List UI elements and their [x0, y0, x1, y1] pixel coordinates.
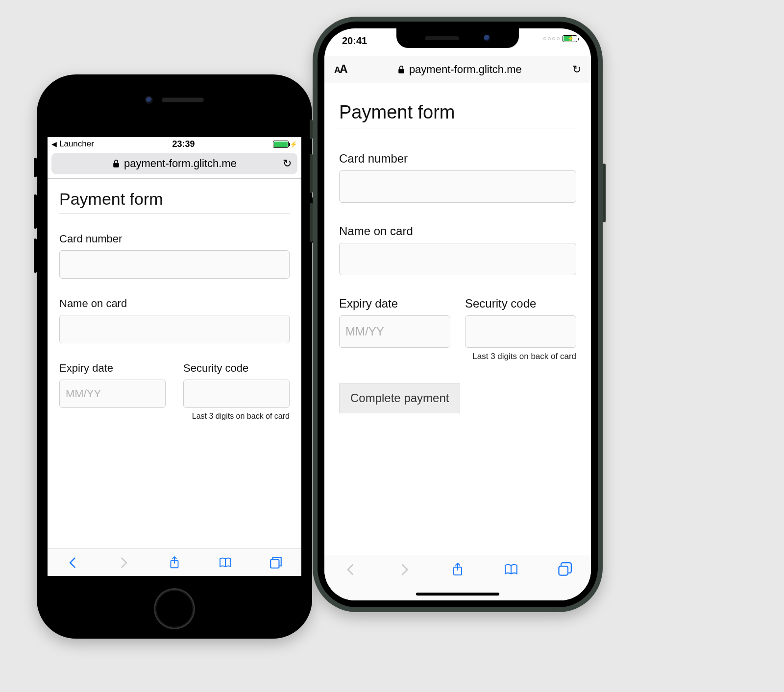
- volume-down-button: [34, 239, 37, 273]
- tabs-icon: [269, 556, 283, 570]
- card-number-input[interactable]: [59, 250, 290, 279]
- chevron-right-icon: [117, 556, 130, 570]
- reload-icon[interactable]: ↻: [572, 63, 581, 76]
- status-bar: ◀ Launcher 23:39 ⚡: [48, 137, 301, 151]
- security-code-input[interactable]: [465, 315, 576, 348]
- share-button[interactable]: [168, 556, 181, 570]
- title-divider: [59, 214, 290, 214]
- mute-switch: [310, 119, 313, 139]
- lock-icon: [112, 159, 120, 168]
- card-number-input[interactable]: [339, 170, 576, 203]
- security-code-label: Security code: [465, 297, 576, 310]
- url-bar[interactable]: AA payment-form.glitch.me ↻: [324, 56, 591, 83]
- cellular-signal-icon: [543, 37, 560, 40]
- safari-toolbar: [48, 549, 301, 576]
- forward-button[interactable]: [117, 556, 130, 570]
- charging-bolt-icon: ⚡: [290, 141, 297, 148]
- svg-rect-2: [270, 559, 279, 568]
- name-group: Name on card: [59, 297, 290, 343]
- share-button[interactable]: [450, 562, 465, 579]
- bookmarks-button[interactable]: [504, 562, 518, 579]
- security-code-hint: Last 3 digits on back of card: [59, 412, 290, 421]
- card-number-label: Card number: [59, 233, 290, 245]
- share-icon: [168, 556, 181, 570]
- clock: 20:41: [342, 35, 367, 47]
- name-on-card-input[interactable]: [339, 243, 576, 275]
- bookmarks-button[interactable]: [219, 556, 232, 570]
- security-code-label: Security code: [183, 362, 290, 375]
- back-button[interactable]: [66, 556, 80, 570]
- name-on-card-label: Name on card: [339, 224, 576, 238]
- svg-rect-0: [113, 163, 119, 167]
- chevron-left-icon: [66, 556, 80, 570]
- url-text: payment-form.glitch.me: [409, 63, 522, 76]
- page-content: Payment form Card number Name on card Ex…: [48, 179, 301, 421]
- expiry-date-input[interactable]: [339, 315, 450, 348]
- tabs-button[interactable]: [557, 562, 572, 579]
- mute-switch: [34, 158, 37, 177]
- svg-rect-3: [398, 69, 404, 73]
- charging-bolt-icon: ⚡: [567, 35, 574, 42]
- page-content: Payment form Card number Name on card Ex…: [324, 83, 591, 413]
- chevron-left-icon: ◀: [51, 140, 57, 148]
- back-button[interactable]: [343, 562, 358, 579]
- name-on-card-label: Name on card: [59, 297, 290, 310]
- url-text: payment-form.glitch.me: [124, 157, 237, 170]
- volume-down-button: [310, 203, 313, 242]
- screen: ◀ Launcher 23:39 ⚡ payment-form.glitch.m…: [48, 137, 301, 576]
- name-group: Name on card: [339, 224, 576, 275]
- iphone-7-device: ◀ Launcher 23:39 ⚡ payment-form.glitch.m…: [37, 74, 312, 639]
- battery-icon: [273, 141, 289, 148]
- home-button[interactable]: [155, 590, 194, 628]
- battery-icon: ⚡: [563, 35, 577, 42]
- book-icon: [219, 556, 232, 570]
- chevron-left-icon: [343, 562, 358, 577]
- expiry-cvc-row: Expiry date Security code Last 3 digits …: [339, 297, 576, 361]
- page-title: Payment form: [59, 190, 290, 209]
- share-icon: [450, 562, 465, 577]
- chevron-right-icon: [397, 562, 412, 577]
- expiry-cvc-row: Expiry date Security code Last 3 digits …: [59, 362, 290, 421]
- complete-payment-button[interactable]: Complete payment: [339, 383, 460, 413]
- svg-rect-5: [559, 566, 567, 575]
- security-code-hint: Last 3 digits on back of card: [339, 352, 576, 361]
- security-code-input[interactable]: [183, 380, 290, 408]
- name-on-card-input[interactable]: [59, 315, 290, 343]
- back-to-app[interactable]: ◀ Launcher: [51, 139, 94, 149]
- expiry-date-label: Expiry date: [339, 297, 450, 310]
- url-bar[interactable]: payment-form.glitch.me ↻: [51, 153, 297, 174]
- power-button: [603, 164, 606, 222]
- earpiece-speaker: [162, 97, 204, 102]
- tabs-button[interactable]: [269, 556, 283, 570]
- card-number-group: Card number: [59, 233, 290, 279]
- home-indicator[interactable]: [416, 593, 499, 596]
- screen: 20:41 ⚡ AA payment-form.glitch.me: [324, 28, 591, 600]
- expiry-date-label: Expiry date: [59, 362, 166, 375]
- expiry-date-input[interactable]: [59, 380, 166, 408]
- earpiece-speaker: [425, 36, 459, 40]
- clock: 23:39: [172, 139, 195, 149]
- tabs-icon: [557, 562, 572, 577]
- reader-text-size-button[interactable]: AA: [334, 63, 347, 76]
- title-divider: [339, 128, 576, 128]
- top-sensor-cluster: [145, 96, 204, 104]
- iphone-11-device: 20:41 ⚡ AA payment-form.glitch.me: [313, 17, 603, 612]
- front-camera-icon: [484, 35, 490, 42]
- forward-button[interactable]: [397, 562, 412, 579]
- reload-icon[interactable]: ↻: [283, 157, 292, 170]
- back-app-label: Launcher: [59, 139, 94, 149]
- card-number-label: Card number: [339, 152, 576, 166]
- notch: [396, 28, 519, 48]
- volume-up-button: [34, 194, 37, 229]
- card-number-group: Card number: [339, 152, 576, 203]
- lock-icon: [397, 65, 405, 74]
- front-camera-icon: [145, 96, 153, 104]
- volume-up-button: [310, 154, 313, 193]
- safari-toolbar: [324, 555, 591, 600]
- book-icon: [504, 562, 518, 577]
- page-title: Payment form: [339, 102, 576, 123]
